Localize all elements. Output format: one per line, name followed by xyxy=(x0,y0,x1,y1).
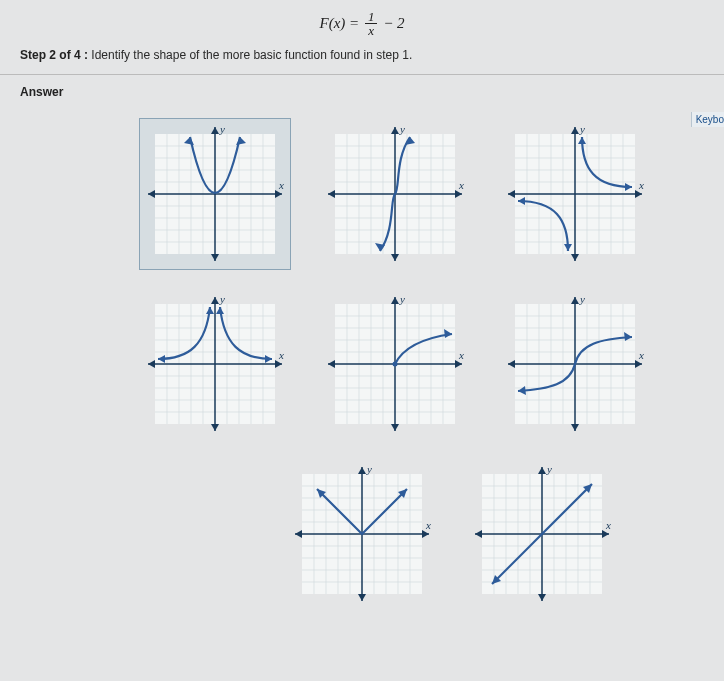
svg-text:x: x xyxy=(605,519,611,531)
svg-point-136 xyxy=(393,362,398,367)
y-axis-label: y xyxy=(219,123,225,135)
svg-marker-185 xyxy=(358,467,366,474)
svg-text:y: y xyxy=(579,123,585,135)
svg-marker-158 xyxy=(571,297,579,304)
svg-text:x: x xyxy=(458,349,464,361)
svg-marker-73 xyxy=(571,127,579,134)
svg-marker-184 xyxy=(295,530,302,538)
svg-marker-210 xyxy=(602,530,609,538)
svg-marker-213 xyxy=(538,594,546,601)
divider xyxy=(0,74,724,75)
svg-text:y: y xyxy=(546,463,552,475)
svg-marker-130 xyxy=(328,360,335,368)
svg-marker-159 xyxy=(571,424,579,431)
graph-option-parabola[interactable]: x y xyxy=(140,119,290,269)
svg-marker-132 xyxy=(391,424,399,431)
svg-marker-45 xyxy=(328,190,335,198)
svg-text:x: x xyxy=(425,519,431,531)
svg-marker-72 xyxy=(508,190,515,198)
formula-display: F(x) = 1 x − 2 xyxy=(20,10,704,38)
step-instruction: Step 2 of 4 : Identify the shape of the … xyxy=(20,48,704,74)
graph-option-cubic[interactable]: x y xyxy=(320,119,470,269)
formula-tail: − 2 xyxy=(383,15,404,31)
svg-marker-212 xyxy=(538,467,546,474)
svg-text:y: y xyxy=(366,463,372,475)
svg-text:x: x xyxy=(458,179,464,191)
formula-fraction: 1 x xyxy=(365,10,378,38)
svg-marker-211 xyxy=(475,530,482,538)
svg-marker-103 xyxy=(211,424,219,431)
svg-text:y: y xyxy=(399,123,405,135)
svg-marker-74 xyxy=(571,254,579,261)
graph-option-reciprocal[interactable]: x y xyxy=(500,119,650,269)
step-text: Identify the shape of the more basic fun… xyxy=(88,48,412,62)
formula-eq: = xyxy=(349,15,359,31)
svg-marker-20 xyxy=(148,190,155,198)
svg-marker-71 xyxy=(635,190,642,198)
svg-marker-19 xyxy=(275,190,282,198)
grid xyxy=(508,127,642,261)
graph-option-sqrt[interactable]: x y xyxy=(320,289,470,439)
svg-text:y: y xyxy=(579,293,585,305)
graph-option-reciprocal-squared[interactable]: x y xyxy=(140,289,290,439)
svg-marker-21 xyxy=(211,127,219,134)
graph-choices: x y xyxy=(20,119,704,609)
answer-label: Answer xyxy=(20,85,63,99)
svg-text:y: y xyxy=(219,293,225,305)
graph-option-cbrt[interactable]: x y xyxy=(500,289,650,439)
svg-text:x: x xyxy=(278,349,284,361)
svg-text:y: y xyxy=(399,293,405,305)
svg-marker-157 xyxy=(508,360,515,368)
step-prefix: Step 2 of 4 : xyxy=(20,48,88,62)
graph-option-identity[interactable]: x y xyxy=(467,459,617,609)
svg-marker-129 xyxy=(455,360,462,368)
svg-marker-186 xyxy=(358,594,366,601)
grid xyxy=(148,297,282,431)
formula-lhs: F(x) xyxy=(319,15,345,31)
svg-marker-100 xyxy=(275,360,282,368)
svg-marker-156 xyxy=(635,360,642,368)
keyboard-shortcuts-link[interactable]: Keybo xyxy=(691,112,724,127)
formula-denominator: x xyxy=(365,24,378,38)
svg-marker-102 xyxy=(211,297,219,304)
svg-marker-46 xyxy=(391,127,399,134)
graph-option-abs[interactable]: x y xyxy=(287,459,437,609)
formula-numerator: 1 xyxy=(365,10,378,24)
svg-marker-101 xyxy=(148,360,155,368)
svg-marker-44 xyxy=(455,190,462,198)
svg-marker-183 xyxy=(422,530,429,538)
svg-marker-131 xyxy=(391,297,399,304)
svg-marker-22 xyxy=(211,254,219,261)
svg-marker-47 xyxy=(391,254,399,261)
svg-text:x: x xyxy=(638,179,644,191)
svg-text:x: x xyxy=(638,349,644,361)
x-axis-label: x xyxy=(278,179,284,191)
